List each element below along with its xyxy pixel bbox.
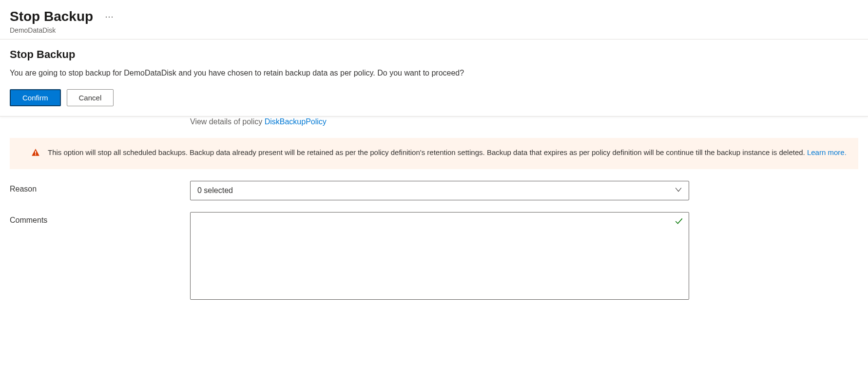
comments-label: Comments <box>10 212 190 225</box>
page-header: Stop Backup ⋯ DemoDataDisk <box>0 0 868 39</box>
confirm-panel: Stop Backup You are going to stop backup… <box>0 39 868 116</box>
comments-control-wrap <box>190 212 689 301</box>
svg-rect-1 <box>35 154 36 155</box>
svg-rect-0 <box>35 151 36 154</box>
confirm-button[interactable]: Confirm <box>10 89 61 106</box>
cancel-button[interactable]: Cancel <box>67 89 114 106</box>
reason-dropdown-value: 0 selected <box>197 186 233 195</box>
body-content: View details of policy DiskBackupPolicy … <box>0 116 868 313</box>
comments-row: Comments <box>0 212 868 313</box>
warning-icon <box>31 147 40 160</box>
reason-row: Reason 0 selected <box>0 181 868 212</box>
warning-text: This option will stop all scheduled back… <box>48 148 807 156</box>
policy-prefix: View details of policy <box>190 117 265 126</box>
chevron-down-icon <box>675 186 682 195</box>
comments-textarea[interactable] <box>190 212 689 300</box>
title-row: Stop Backup ⋯ <box>10 9 858 24</box>
policy-link[interactable]: DiskBackupPolicy <box>265 117 327 126</box>
confirm-message: You are going to stop backup for DemoDat… <box>10 69 858 77</box>
more-options-icon[interactable]: ⋯ <box>105 12 115 21</box>
reason-control-wrap: 0 selected <box>190 181 689 200</box>
warning-text-block: This option will stop all scheduled back… <box>48 147 847 158</box>
button-row: Confirm Cancel <box>10 89 858 106</box>
policy-row: View details of policy DiskBackupPolicy <box>0 117 868 138</box>
reason-dropdown[interactable]: 0 selected <box>190 181 689 200</box>
reason-label: Reason <box>10 181 190 194</box>
page-title: Stop Backup <box>10 9 93 24</box>
page-subtitle: DemoDataDisk <box>10 26 858 34</box>
comments-wrap <box>190 212 689 301</box>
learn-more-link[interactable]: Learn more. <box>807 148 847 156</box>
warning-banner: This option will stop all scheduled back… <box>10 138 858 169</box>
confirm-title: Stop Backup <box>10 48 858 61</box>
